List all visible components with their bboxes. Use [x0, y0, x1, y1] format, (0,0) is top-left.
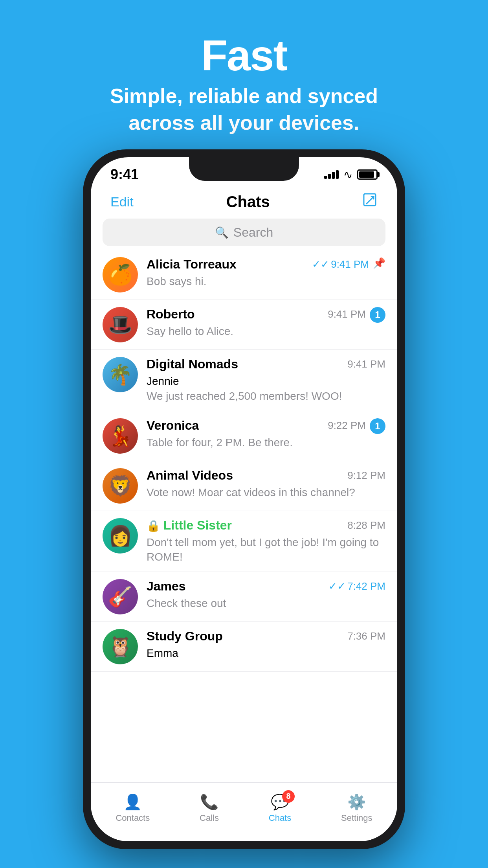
hero-section: Fast Simple, reliable and syncedacross a… — [0, 0, 488, 160]
avatar-alicia: 🍊 — [103, 257, 138, 292]
chat-time-veronica: 9:22 PM — [328, 419, 366, 432]
avatar-roberto: 🎩 — [103, 307, 138, 342]
chat-name-roberto: Roberto — [147, 307, 195, 322]
chat-preview-study: Emma — [147, 646, 385, 661]
status-time: 9:41 — [110, 166, 139, 183]
chat-item-study[interactable]: 🦉Study Group7:36 PMEmma — [91, 622, 397, 672]
avatar-veronica: 💃 — [103, 418, 138, 454]
tab-contacts[interactable]: 👤Contacts — [116, 793, 150, 823]
chat-item-james[interactable]: 🎸James✓✓7:42 PMCheck these out — [91, 572, 397, 622]
chats-icon: 💬8 — [271, 793, 289, 811]
chat-preview-james: Check these out — [147, 596, 385, 611]
avatar-james: 🎸 — [103, 579, 138, 614]
chat-preview-veronica: Table for four, 2 PM. Be there. — [147, 435, 366, 450]
tab-bar: 👤Contacts📞Calls💬8Chats⚙️Settings — [91, 782, 397, 841]
chat-content-alicia: Alicia Torreaux✓✓9:41 PMBob says hi. — [147, 257, 369, 289]
avatar-animal: 🦁 — [103, 468, 138, 504]
pin-icon-alicia: 📌 — [373, 257, 385, 269]
chat-content-roberto: Roberto9:41 PMSay hello to Alice. — [147, 307, 366, 339]
tab-label-settings: Settings — [341, 813, 372, 823]
phone-screen: 9:41 ∿ Edit Chats — [91, 157, 397, 841]
chat-name-digital: Digital Nomads — [147, 357, 238, 371]
tab-chats[interactable]: 💬8Chats — [269, 793, 291, 823]
contacts-icon: 👤 — [123, 793, 142, 811]
chat-preview-animal: Vote now! Moar cat videos in this channe… — [147, 485, 385, 500]
phone-wrapper: 9:41 ∿ Edit Chats — [83, 149, 405, 849]
avatar-digital: 🌴 — [103, 357, 138, 392]
chat-preview-alicia: Bob says hi. — [147, 274, 369, 289]
search-icon: 🔍 — [215, 226, 229, 239]
phone-frame: 9:41 ∿ Edit Chats — [83, 149, 405, 849]
hero-title: Fast — [0, 31, 488, 79]
chat-time-sister: 8:28 PM — [347, 519, 385, 531]
chat-time-animal: 9:12 PM — [347, 469, 385, 482]
chat-item-roberto[interactable]: 🎩Roberto9:41 PMSay hello to Alice.1 — [91, 300, 397, 350]
tab-label-contacts: Contacts — [116, 813, 150, 823]
chat-content-sister: Little Sister8:28 PMDon't tell mom yet, … — [147, 518, 385, 565]
chat-time-study: 7:36 PM — [347, 630, 385, 642]
tab-label-chats: Chats — [269, 813, 291, 823]
tab-settings[interactable]: ⚙️Settings — [341, 793, 372, 823]
signal-bars-icon — [324, 170, 339, 179]
chat-name-veronica: Veronica — [147, 418, 199, 433]
search-placeholder: Search — [233, 225, 273, 240]
chat-content-james: James✓✓7:42 PMCheck these out — [147, 579, 385, 611]
chats-title: Chats — [226, 193, 270, 211]
chat-time-alicia: ✓✓9:41 PM — [312, 258, 369, 270]
chat-content-study: Study Group7:36 PMEmma — [147, 629, 385, 661]
chat-item-digital[interactable]: 🌴Digital Nomads9:41 PMJennieWe just reac… — [91, 350, 397, 411]
svg-line-1 — [367, 197, 374, 204]
chat-name-alicia: Alicia Torreaux — [147, 257, 237, 272]
avatar-study: 🦉 — [103, 629, 138, 664]
chat-preview-sister: Don't tell mom yet, but I got the job! I… — [147, 535, 385, 565]
badge-roberto: 1 — [370, 307, 385, 323]
tab-badge-chats: 8 — [282, 790, 295, 803]
wifi-icon: ∿ — [343, 168, 352, 181]
chat-item-alicia[interactable]: 🍊Alicia Torreaux✓✓9:41 PMBob says hi.📌 — [91, 250, 397, 300]
chat-time-digital: 9:41 PM — [347, 358, 385, 370]
tab-label-calls: Calls — [200, 813, 219, 823]
badge-veronica: 1 — [370, 418, 385, 434]
compose-button[interactable] — [363, 193, 378, 211]
chat-preview-roberto: Say hello to Alice. — [147, 324, 366, 339]
tab-calls[interactable]: 📞Calls — [200, 793, 219, 823]
settings-icon: ⚙️ — [347, 793, 366, 811]
nav-bar: Edit Chats — [91, 189, 397, 219]
chat-item-veronica[interactable]: 💃Veronica9:22 PMTable for four, 2 PM. Be… — [91, 411, 397, 461]
chat-preview-digital: JennieWe just reached 2,500 members! WOO… — [147, 374, 385, 404]
chat-content-digital: Digital Nomads9:41 PMJennieWe just reach… — [147, 357, 385, 404]
hero-subtitle: Simple, reliable and syncedacross all yo… — [0, 83, 488, 136]
chat-name-sister: Little Sister — [147, 518, 232, 533]
status-icons: ∿ — [324, 168, 378, 181]
chat-list: 🍊Alicia Torreaux✓✓9:41 PMBob says hi.📌🎩R… — [91, 250, 397, 672]
chat-content-veronica: Veronica9:22 PMTable for four, 2 PM. Be … — [147, 418, 366, 450]
notch — [189, 157, 299, 181]
chat-time-roberto: 9:41 PM — [328, 308, 366, 320]
edit-button[interactable]: Edit — [110, 194, 134, 210]
search-bar[interactable]: 🔍 Search — [103, 219, 385, 246]
chat-content-animal: Animal Videos9:12 PMVote now! Moar cat v… — [147, 468, 385, 500]
chat-name-animal: Animal Videos — [147, 468, 233, 483]
chat-time-james: ✓✓7:42 PM — [328, 580, 385, 592]
chat-name-study: Study Group — [147, 629, 223, 644]
calls-icon: 📞 — [200, 793, 218, 811]
battery-icon — [357, 169, 378, 180]
chat-item-sister[interactable]: 👩Little Sister8:28 PMDon't tell mom yet,… — [91, 511, 397, 572]
chat-name-james: James — [147, 579, 186, 594]
chat-item-animal[interactable]: 🦁Animal Videos9:12 PMVote now! Moar cat … — [91, 461, 397, 511]
avatar-sister: 👩 — [103, 518, 138, 554]
